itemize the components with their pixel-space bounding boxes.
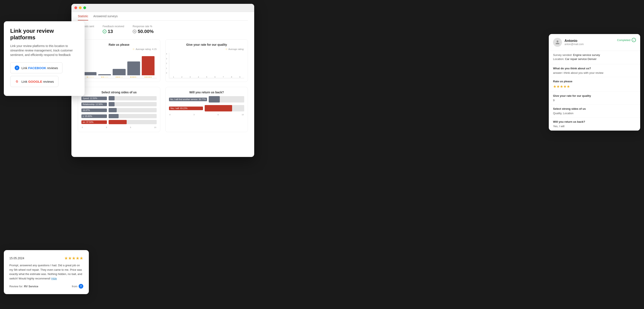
hbar-20: y: 20.83% (82, 114, 157, 118)
qbar-2: 2 (178, 75, 185, 78)
chart-strong-sides-title: Select strong sides of us (82, 91, 157, 94)
hbar-no-track (209, 96, 244, 103)
stars-label: ★★☆☆☆ (101, 76, 108, 78)
hbar-37-label: on: 37.50% (82, 120, 107, 124)
review-date: 15.05.2024 (9, 256, 24, 260)
stars-label: ★★★☆☆ (116, 76, 123, 78)
review-hide-link[interactable]: Hide (51, 277, 57, 280)
stars-label: ★★★★★ (144, 76, 152, 78)
tab-statistic[interactable]: Statistic (78, 15, 88, 21)
link-platforms-title: Link your review platforms (10, 28, 78, 41)
review-stars: ★★★★★ (64, 256, 83, 261)
survey-name-value: Engine service survey (573, 53, 600, 57)
bar-fill (113, 69, 126, 75)
hbar-speed-track (108, 96, 157, 100)
hbar-yes: Yes, I will: 69.23% (169, 105, 244, 111)
stat-response-rate: Response rate % % 50.00% (133, 25, 154, 34)
bar-fill (98, 74, 111, 75)
question-quality: Give your rate for our quality (553, 94, 636, 97)
stat-feedback-label: Feedback received (103, 25, 124, 28)
stat-response-value: % 50.00% (133, 29, 154, 34)
close-button[interactable] (74, 6, 77, 9)
user-name: Antonio (564, 39, 584, 43)
hbar-16-track (108, 108, 157, 112)
hbar-yes-fill (205, 105, 232, 111)
hbar-37-fill (108, 120, 127, 124)
user-email: anton@mail.com (564, 43, 584, 46)
hbar-speed-label: Speed: 12.50% (82, 97, 107, 100)
survey-body: What do you think about us? answer i thi… (549, 64, 640, 131)
feedback-check-icon: ✓ (103, 30, 106, 33)
hbar-relationship-fill (108, 102, 114, 106)
response-rate-icon: % (133, 30, 136, 33)
answer-think: answer i think about you with your revie… (553, 71, 636, 74)
bar-5star: ★★★★★ (142, 56, 154, 78)
qbar-9: 9 (236, 75, 243, 78)
link-platforms-desc: Link your review platforms to this locat… (10, 44, 78, 57)
hbar-yes-track (205, 105, 244, 111)
chart-quality-avg: Average rating: (228, 48, 244, 50)
link-facebook-button[interactable]: f Link FACEBOOK reviews (10, 62, 62, 73)
hbar-20-label: y: 20.83% (82, 114, 107, 118)
survey-user-info: Antonio anton@mail.com (553, 38, 584, 47)
browser-window: Statistic Answered surveys Requests sent… (72, 4, 254, 157)
hbar-37-track (108, 120, 157, 124)
hbar-yes-label: Yes, I will: 69.23% (169, 107, 203, 110)
maximize-button[interactable] (83, 6, 86, 9)
hbar-20-fill (108, 114, 118, 118)
review-from-label: from (72, 285, 77, 288)
hbar-relationship: Relationship: 12.50% (82, 102, 157, 106)
qa-think: What do you think about us? answer i thi… (549, 64, 640, 77)
hbar-no-fill (209, 96, 220, 103)
qbar-5: 5 (203, 75, 210, 78)
question-think: What do you think about us? (553, 67, 636, 70)
star-icon: ☆ (132, 48, 135, 51)
link-google-button[interactable]: G Link GOOGLE reviews (10, 76, 58, 87)
google-brand-label: GOOGLE (28, 80, 42, 83)
chart-rate-us-subtitle: ☆ Average rating: 4.15 (82, 48, 157, 51)
answer-return: Yes, I will (553, 125, 636, 128)
link-google-label: Link GOOGLE reviews (22, 80, 54, 83)
qbar-4: 4 (195, 75, 202, 78)
chart-strong-sides: Select strong sides of us Speed: 12.50% … (78, 87, 160, 132)
hbar-no: No, I will find another service: 30.77% (169, 96, 244, 103)
stars-label: ★☆☆☆☆ (86, 76, 94, 78)
question-strong-sides: Select strong sides of us (553, 107, 636, 110)
review-service-name: RV Service (24, 285, 38, 288)
hbar-relationship-label: Relationship: 12.50% (82, 103, 107, 106)
qa-quality: Give your rate for our quality 9 (549, 92, 640, 105)
hbar-relationship-track (108, 102, 157, 106)
answer-quality: 9 (553, 99, 636, 102)
chart-quality-title: Give your rate for our quality (169, 43, 244, 46)
chart-return: Will you return us back? No, I will find… (165, 87, 248, 132)
survey-name-row: Survey sended: Engine service survey (553, 53, 636, 57)
review-card: 15.05.2024 ★★★★★ Prompt, answered any qu… (4, 250, 89, 294)
browser-titlebar (72, 4, 254, 12)
qa-strong-sides: Select strong sides of us Quality, Locat… (549, 105, 640, 118)
minimize-button[interactable] (79, 6, 82, 9)
qbar-7: 7 (220, 75, 227, 78)
stat-feedback-received: Feedback received ✓ 13 (103, 25, 124, 34)
link-facebook-label: Link FACEBOOK reviews (22, 66, 58, 70)
survey-panel-header: Antonio anton@mail.com Completed ✓ (549, 34, 640, 51)
chart-rate-us-avg: Average rating: 4.15 (136, 48, 157, 50)
stat-feedback-value: ✓ 13 (103, 29, 124, 34)
browser-content: Statistic Answered surveys Requests sent… (72, 12, 254, 157)
star-icon: ☆ (225, 48, 228, 51)
chart-quality-subtitle: ☆ Average rating: (169, 48, 244, 51)
answer-rate: ★★★★★ (553, 84, 636, 89)
facebook-source-icon: f (79, 284, 83, 288)
survey-status: Completed ✓ (617, 38, 636, 42)
charts-grid: Rate us please ☆ Average rating: 4.15 43… (78, 39, 248, 132)
hbar-16-label: 16.67% (82, 108, 107, 112)
user-details: Antonio anton@mail.com (564, 39, 584, 46)
hbar-20-track (108, 114, 157, 118)
review-text: Prompt, answered any questions I had. Di… (9, 263, 83, 281)
status-label: Completed (617, 39, 630, 42)
hbar-16: 16.67% (82, 108, 157, 112)
strong-sides-bar-chart: Speed: 12.50% Relationship: 12.50% 16.67… (82, 95, 157, 125)
qbar-1: 1 (170, 75, 177, 78)
bar-2star: ★★☆☆☆ (98, 74, 111, 78)
tab-answered-surveys[interactable]: Answered surveys (93, 15, 118, 21)
return-bar-chart: No, I will find another service: 30.77% … (169, 95, 244, 112)
